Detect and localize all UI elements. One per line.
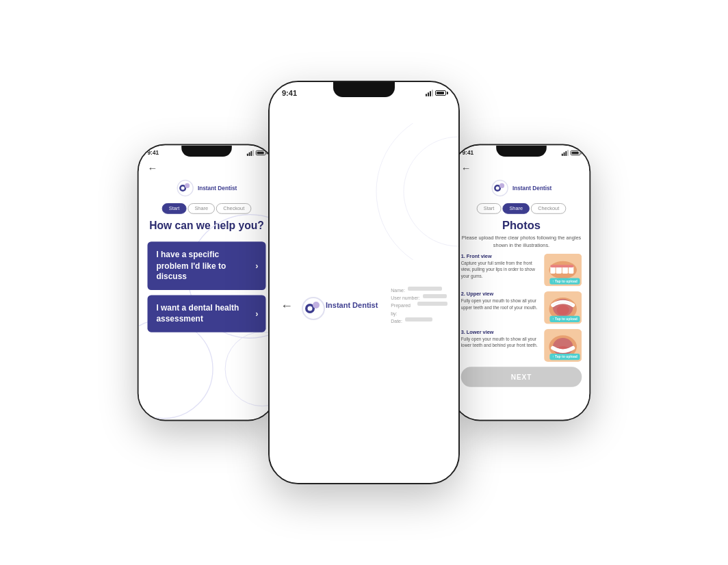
- svg-point-6: [181, 186, 184, 189]
- logo-header-right: Instant Dentist: [461, 176, 582, 200]
- progress-steps-left: Start Share Checkout: [148, 203, 266, 214]
- menu-btn-health-assessment[interactable]: I want a dental health assessment ›: [148, 295, 266, 332]
- phone-left: 9:41 ←: [138, 144, 276, 421]
- logo-icon-center: [301, 296, 320, 315]
- svg-point-27: [557, 305, 569, 315]
- tap-upload-1[interactable]: ↑ Tap to upload: [549, 278, 580, 285]
- step-start-right[interactable]: Start: [477, 203, 502, 214]
- photo-item-2: 2. Upper view Fully open your mouth to s…: [461, 291, 582, 324]
- logo-header-left: Instant Dentist: [148, 176, 266, 200]
- report-info: Name: User number: Prepared by: Date:: [391, 287, 447, 325]
- status-right-right: [562, 150, 581, 156]
- battery-right: [571, 150, 581, 155]
- logo-icon-right: [491, 179, 509, 197]
- signal-right: [562, 150, 569, 156]
- back-button-center[interactable]: ←: [281, 299, 293, 313]
- btn1-text: I have a specific problem I'd like to di…: [156, 249, 250, 282]
- menu-btn-specific-problem[interactable]: I have a specific problem I'd like to di…: [148, 241, 266, 290]
- logo-icon-left: [177, 179, 194, 197]
- time-right: 9:41: [463, 150, 474, 156]
- step-checkout-right[interactable]: Checkout: [531, 203, 566, 214]
- svg-point-5: [185, 183, 190, 188]
- btn1-arrow: ›: [255, 261, 258, 271]
- svg-point-10: [308, 306, 313, 311]
- main-heading-left: How can we help you?: [148, 219, 266, 233]
- step-checkout-left[interactable]: Checkout: [216, 203, 251, 214]
- photo-item-1: 1. Front view Capture your full smile fr…: [461, 254, 582, 287]
- photo1-title: 1. Front view: [461, 254, 539, 259]
- svg-point-15: [499, 183, 504, 188]
- signal-left: [247, 150, 254, 156]
- photo3-title: 3. Lower view: [461, 329, 539, 334]
- next-button[interactable]: NEXT: [461, 367, 582, 387]
- svg-point-16: [495, 186, 499, 189]
- step-start-left[interactable]: Start: [162, 203, 187, 214]
- photo-info-3: 3. Lower view Fully open your mouth to s…: [461, 329, 539, 348]
- photo-thumb-3[interactable]: ↑ Tap to upload: [544, 329, 582, 362]
- logo-text-left: Instant Dentist: [198, 185, 237, 192]
- tap-upload-2[interactable]: ↑ Tap to upload: [549, 316, 580, 322]
- photo2-title: 2. Upper view: [461, 291, 539, 297]
- signal-center: [426, 90, 433, 96]
- logo-text-center: Instant Dentist: [326, 301, 378, 310]
- phone-right: 9:41 ←: [452, 144, 590, 421]
- back-button-left[interactable]: ←: [148, 159, 266, 177]
- step-share-left[interactable]: Share: [187, 203, 215, 214]
- photo-info-2: 2. Upper view Fully open your mouth to s…: [461, 291, 539, 311]
- right-content: ← Instant Dentist: [454, 159, 590, 420]
- tap-upload-3[interactable]: ↑ Tap to upload: [549, 354, 580, 360]
- notch-left: [181, 145, 232, 157]
- time-left: 9:41: [148, 150, 159, 156]
- photos-title: Photos: [461, 219, 582, 232]
- battery-left: [256, 150, 266, 155]
- photo-item-3: 3. Lower view Fully open your mouth to s…: [461, 329, 582, 362]
- btn2-arrow: ›: [255, 308, 258, 319]
- photo2-desc: Fully open your mouth to show all your u…: [461, 298, 539, 311]
- left-content: ← Instant Dentist: [139, 159, 275, 420]
- logo-center: Instant Dentist: [301, 104, 391, 483]
- photo-info-1: 1. Front view Capture your full smile fr…: [461, 254, 539, 279]
- photo1-desc: Capture your full smile from the front v…: [461, 261, 539, 279]
- photo3-desc: Fully open your mouth to show all your l…: [461, 337, 539, 349]
- phone-center: 9:41 ←: [268, 81, 460, 484]
- back-button-right[interactable]: ←: [461, 159, 582, 177]
- notch-right: [496, 145, 547, 157]
- scene: 9:41 ←: [0, 0, 728, 565]
- svg-rect-23: [550, 265, 573, 268]
- status-right-center: [426, 90, 446, 96]
- time-center: 9:41: [282, 89, 297, 97]
- svg-point-9: [313, 302, 320, 308]
- notch-center: [333, 82, 395, 97]
- photos-subtitle: Please upload three clear photos followi…: [461, 235, 582, 249]
- status-right-left: [247, 150, 266, 156]
- photo-thumb-2[interactable]: ↑ Tap to upload: [544, 291, 582, 324]
- step-share-right[interactable]: Share: [502, 203, 530, 214]
- battery-center: [435, 90, 446, 96]
- progress-steps-right: Start Share Checkout: [461, 203, 582, 214]
- btn2-text: I want a dental health assessment: [156, 302, 250, 324]
- logo-text-right: Instant Dentist: [512, 185, 552, 192]
- photo-thumb-1[interactable]: ↑ Tap to upload: [544, 254, 582, 287]
